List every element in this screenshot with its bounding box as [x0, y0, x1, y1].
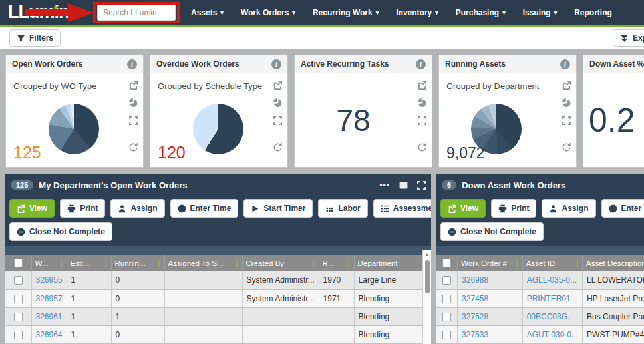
scroll-up-arrow[interactable]: ▲ [423, 250, 431, 256]
close-not-complete-button[interactable]: Close Not Complete [9, 222, 112, 241]
external-link-icon[interactable] [128, 80, 138, 90]
start-timer-button[interactable]: Start Timer [243, 199, 313, 218]
column-header[interactable]: R...⋮ [319, 255, 354, 271]
column-menu-icon[interactable]: ⋮ [156, 259, 164, 268]
panel-title: Down Asset Work Orders [462, 180, 565, 190]
refresh-icon[interactable] [128, 142, 138, 152]
asset-id-link[interactable]: PRINTER01 [522, 289, 582, 307]
info-icon[interactable]: i [416, 59, 426, 69]
fullscreen-icon[interactable] [129, 116, 138, 125]
pie-chart[interactable] [49, 104, 99, 154]
column-header[interactable]: Department⋮ [354, 255, 430, 271]
refresh-icon[interactable] [273, 142, 283, 152]
external-link-icon[interactable] [417, 80, 427, 90]
column-menu-icon[interactable]: ⋮ [310, 259, 318, 268]
column-header[interactable]: Work Order #⋮ [458, 255, 523, 271]
refresh-icon[interactable] [417, 142, 427, 152]
menu-assets[interactable]: Assets▾ [191, 8, 224, 17]
work-order-link[interactable]: 326955 [31, 271, 67, 289]
column-header[interactable]: Esti...⋮ [67, 255, 111, 271]
pie-chart-icon[interactable] [273, 98, 282, 107]
work-order-link[interactable]: 326964 [31, 325, 67, 343]
search-input[interactable] [97, 5, 176, 21]
work-order-link[interactable]: 326988 [458, 271, 523, 289]
window-icon[interactable] [399, 181, 408, 190]
column-menu-icon[interactable]: ⋮ [345, 259, 353, 268]
assessment-button[interactable]: Assessment [373, 199, 431, 218]
info-icon[interactable]: i [127, 59, 137, 69]
column-menu-icon[interactable]: ⋮ [234, 259, 242, 268]
column-header[interactable]: Runnin...⋮ [111, 255, 164, 271]
asset-id-link[interactable]: 00BCC03G... [522, 307, 582, 325]
cell-r: 1971 [319, 289, 354, 307]
column-header[interactable]: W...⋮ [31, 255, 67, 271]
fullscreen-icon[interactable] [273, 116, 282, 125]
menu-recurring-work[interactable]: Recurring Work▾ [313, 8, 379, 17]
row-checkbox[interactable] [14, 276, 23, 285]
vertical-scrollbar[interactable]: ▲ [422, 250, 431, 344]
cell-department: Blending [354, 325, 430, 343]
pie-chart-icon[interactable] [562, 98, 571, 107]
work-order-link[interactable]: 326957 [31, 289, 67, 307]
fullscreen-icon[interactable] [417, 181, 426, 190]
panel-title: My Department's Open Work Orders [39, 180, 187, 190]
cell-created-by: System Administr... [242, 271, 319, 289]
enter-time-button[interactable]: Enter Time [601, 199, 644, 218]
close-not-complete-button[interactable]: Close Not Complete [440, 222, 544, 241]
scroll-thumb[interactable] [425, 260, 430, 293]
info-icon[interactable]: i [271, 59, 281, 69]
select-all-checkbox[interactable] [442, 259, 451, 267]
menu-purchasing[interactable]: Purchasing▾ [456, 8, 506, 17]
pie-chart-icon[interactable] [418, 98, 426, 107]
external-link-icon[interactable] [273, 80, 283, 90]
menu-work-orders[interactable]: Work Orders▾ [241, 8, 295, 17]
external-link-icon[interactable] [562, 80, 571, 90]
column-menu-icon[interactable]: ⋮ [573, 259, 581, 268]
pie-chart-icon[interactable] [129, 98, 138, 107]
column-menu-icon[interactable]: ⋮ [514, 259, 522, 268]
menu-issuing[interactable]: Issuing▾ [523, 8, 558, 17]
print-button[interactable]: Print [491, 199, 536, 218]
column-header[interactable]: Created By⋮ [242, 255, 319, 271]
column-menu-icon[interactable]: ⋮ [58, 259, 66, 268]
row-checkbox[interactable] [14, 295, 23, 303]
work-order-link[interactable]: 327528 [458, 307, 523, 325]
refresh-icon[interactable] [562, 142, 571, 152]
row-checkbox[interactable] [14, 313, 23, 321]
view-button[interactable]: View [9, 199, 55, 218]
card-title: Open Work Orders [12, 59, 82, 69]
work-order-link[interactable]: 327533 [458, 325, 523, 343]
expand-button[interactable]: Expand [613, 29, 644, 47]
menu-reporting[interactable]: Reporting [574, 8, 612, 17]
row-checkbox[interactable] [14, 331, 23, 339]
enter-time-button[interactable]: Enter Time [170, 199, 239, 218]
pie-chart[interactable] [193, 104, 243, 154]
row-checkbox[interactable] [442, 295, 451, 303]
fullscreen-icon[interactable] [418, 116, 426, 125]
select-all-checkbox[interactable] [14, 259, 23, 267]
asset-id-link[interactable]: AGUT-030-0... [522, 325, 582, 343]
row-checkbox[interactable] [442, 276, 451, 285]
labor-button[interactable]: Labor [318, 199, 367, 218]
work-order-link[interactable]: 326961 [31, 307, 67, 325]
assign-button[interactable]: Assign [542, 199, 595, 218]
table-row: 327458 PRINTER01 HP LaserJet Pro 4 [436, 289, 644, 307]
logo[interactable]: LLumin [8, 2, 69, 23]
view-button[interactable]: View [440, 199, 486, 218]
row-checkbox[interactable] [442, 331, 451, 339]
column-header[interactable]: Assigned To S...⋮ [164, 255, 242, 271]
more-options-icon[interactable]: ••• [379, 180, 390, 190]
menu-inventory[interactable]: Inventory▾ [396, 8, 438, 17]
panel-badge: 125 [11, 180, 33, 190]
info-icon[interactable]: i [560, 59, 570, 69]
filters-button[interactable]: Filters [9, 29, 61, 47]
fullscreen-icon[interactable] [562, 116, 571, 125]
print-button[interactable]: Print [60, 199, 105, 218]
work-order-link[interactable]: 327458 [458, 289, 523, 307]
column-header[interactable]: Asset Description⋮ [583, 255, 644, 271]
column-header[interactable]: Asset ID⋮ [522, 255, 582, 271]
asset-id-link[interactable]: AGLL-035-0... [522, 271, 582, 289]
row-checkbox[interactable] [442, 313, 451, 321]
column-menu-icon[interactable]: ⋮ [102, 259, 110, 268]
assign-button[interactable]: Assign [110, 199, 164, 218]
